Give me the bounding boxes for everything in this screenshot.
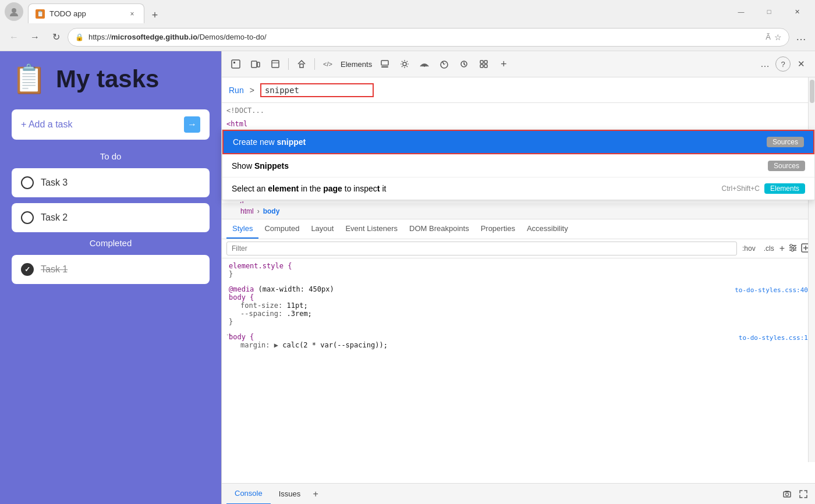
task-item[interactable]: Task 3 <box>12 168 210 197</box>
autocomplete-item-create-snippet[interactable]: Create new snippet Sources <box>222 130 814 154</box>
add-tab-button[interactable]: + <box>309 487 323 501</box>
read-aloud-icon[interactable]: Ã <box>766 33 771 41</box>
memory-button[interactable] <box>455 55 473 73</box>
css-body-selector-2: body { <box>229 333 254 341</box>
application-button[interactable] <box>474 55 493 73</box>
event-listeners-tab[interactable]: Event Listeners <box>339 219 403 239</box>
css-rules-area: element.style { } to-do-styles.css:40 @m… <box>222 258 815 462</box>
dots-menu[interactable]: ... <box>226 329 232 336</box>
devtools-help-button[interactable]: ? <box>775 56 791 72</box>
fullscreen-button[interactable] <box>796 487 810 501</box>
console-bottom-tab[interactable]: Console <box>226 484 271 505</box>
add-task-label: + Add a task <box>21 119 73 130</box>
address-bar-icons: Ã ☆ <box>766 33 782 42</box>
breadcrumb-body[interactable]: body <box>263 207 280 215</box>
autocomplete-item-label-2: Show Snippets <box>232 161 768 171</box>
devtools-close-button[interactable]: ✕ <box>792 55 810 73</box>
screenshot-button[interactable] <box>780 487 794 501</box>
task-item-completed[interactable]: Task 1 <box>12 255 210 284</box>
css-spacing-prop: --spacing: <box>240 310 286 318</box>
computed-tab[interactable]: Computed <box>258 219 305 239</box>
home-button[interactable] <box>292 55 311 73</box>
devtools-panel: </> Elements <box>221 51 815 504</box>
favorite-icon[interactable]: ☆ <box>774 33 782 42</box>
task-item[interactable]: Task 2 <box>12 203 210 232</box>
autocomplete-elements-badge: Elements <box>764 183 805 194</box>
scrollbar-thumb[interactable] <box>810 80 814 103</box>
todo-app: 📋 My tasks + Add a task → To do Task 3 T… <box>0 51 221 504</box>
add-panel-button[interactable]: + <box>494 55 513 73</box>
title-bar: 📋 TODO app × + — □ ✕ <box>0 0 815 23</box>
network-button[interactable] <box>415 55 434 73</box>
task-checkbox-completed[interactable] <box>21 263 34 276</box>
autocomplete-item-select-element[interactable]: Select an element in the page to inspect… <box>222 177 814 200</box>
run-button[interactable]: Run <box>229 86 244 95</box>
url-domain: microsoftedge.github.io <box>111 33 197 41</box>
bottom-right-icons <box>780 487 810 501</box>
maximize-button[interactable]: □ <box>756 2 782 21</box>
add-task-button[interactable]: + Add a task → <box>12 109 210 140</box>
html-doctype-line: <!DOCT... <box>222 104 815 118</box>
css-triangle[interactable]: ▶ <box>274 341 282 349</box>
new-tab-button[interactable]: + <box>147 7 163 23</box>
hov-button[interactable]: :hov <box>739 243 759 254</box>
tab-close-button[interactable]: × <box>127 9 137 19</box>
sources-button[interactable] <box>395 55 414 73</box>
svg-rect-15 <box>484 65 487 68</box>
styles-tab[interactable]: Styles <box>226 219 258 239</box>
todo-section-label: To do <box>12 151 210 161</box>
address-bar[interactable]: 🔒 https://microsoftedge.github.io/Demos/… <box>68 28 789 47</box>
item-text-before: Create new <box>233 137 277 147</box>
breadcrumb-html[interactable]: html <box>240 207 254 215</box>
cls-button[interactable]: .cls <box>761 243 777 254</box>
css-link-1[interactable]: to-do-styles.css:40 <box>735 286 808 294</box>
styles-area: ... html › body Styles Computed Layout E… <box>222 203 815 462</box>
extensions-icon[interactable]: … <box>792 28 810 47</box>
reload-button[interactable]: ↻ <box>47 28 65 47</box>
css-element-style-block: element.style { } <box>222 258 815 282</box>
task-checkbox[interactable] <box>21 176 34 189</box>
css-link-2[interactable]: to-do-styles.css:1 <box>739 334 808 342</box>
console-drawer-button[interactable] <box>375 55 394 73</box>
task-checkbox[interactable] <box>21 211 34 224</box>
layout-tab[interactable]: Layout <box>305 219 339 239</box>
profile-avatar[interactable] <box>5 2 23 21</box>
properties-tab[interactable]: Properties <box>475 219 521 239</box>
style-options-button[interactable] <box>788 243 798 254</box>
elements-tab-label[interactable]: Elements <box>338 60 374 69</box>
css-spacing-val: .3rem; <box>286 310 311 318</box>
tab-favicon: 📋 <box>36 9 45 19</box>
dom-breakpoints-tab[interactable]: DOM Breakpoints <box>403 219 475 239</box>
svg-rect-2 <box>251 61 257 68</box>
issues-bottom-tab[interactable]: Issues <box>271 484 309 505</box>
browser-tab-active[interactable]: 📋 TODO app × <box>28 3 144 23</box>
device-emulation-button[interactable] <box>246 55 265 73</box>
autocomplete-item-show-snippets[interactable]: Show Snippets Sources <box>222 154 814 177</box>
devtools-right-actions: … ? ✕ <box>756 55 810 73</box>
add-task-arrow-icon: → <box>184 116 200 133</box>
svg-point-24 <box>786 493 789 496</box>
accessibility-tab[interactable]: Accessibility <box>521 219 574 239</box>
svg-rect-5 <box>300 64 303 68</box>
close-button[interactable]: ✕ <box>784 2 810 21</box>
performance-button[interactable] <box>435 55 453 73</box>
navigation-bar: ← → ↻ 🔒 https://microsoftedge.github.io/… <box>0 23 815 51</box>
item-text-before-2: Show <box>232 161 254 171</box>
css-close-brace-2: } <box>229 318 233 326</box>
forward-button[interactable]: → <box>26 28 44 47</box>
back-button[interactable]: ← <box>5 28 23 47</box>
css-body-selector: body { <box>229 293 254 301</box>
autocomplete-shortcut: Ctrl+Shift+C <box>722 184 760 193</box>
inspect-element-button[interactable] <box>226 55 245 73</box>
item-text-element: element <box>268 184 299 193</box>
css-font-size-val: 11pt; <box>286 301 307 310</box>
add-style-button[interactable]: + <box>779 243 785 254</box>
minimize-button[interactable]: — <box>728 2 754 21</box>
filter-input[interactable] <box>226 242 737 255</box>
console-input[interactable] <box>260 83 374 97</box>
devtools-more-button[interactable]: … <box>756 55 774 73</box>
autocomplete-sources-badge-2: Sources <box>768 161 805 171</box>
task-label-completed: Task 1 <box>41 264 68 275</box>
elements-panel-button[interactable] <box>266 55 285 73</box>
elements-tab-button[interactable]: </> <box>318 55 337 73</box>
